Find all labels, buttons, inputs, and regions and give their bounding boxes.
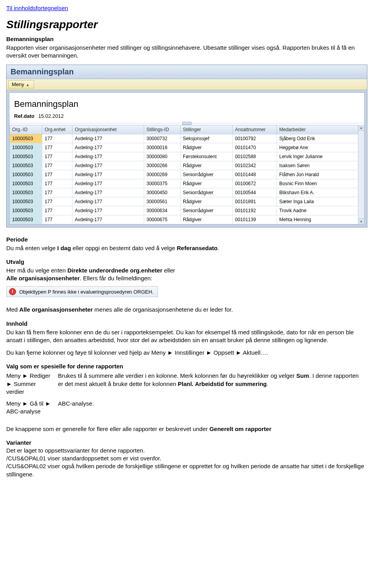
table-cell: Avdeling-177 xyxy=(72,197,144,206)
table-cell: Avdeling-177 xyxy=(72,134,144,143)
table-row[interactable]: 10000503177Avdeling-17730000561Rådgiver0… xyxy=(10,197,360,206)
error-message: ! Objekttypen P finnes ikke i evaluering… xyxy=(6,286,158,297)
table-cell: 30000732 xyxy=(144,134,181,143)
section-heading-bemanningsplan: Bemanningsplan xyxy=(6,36,370,42)
table-cell: Lervik Inger Julianne xyxy=(277,152,360,161)
column-header[interactable]: Stillinger xyxy=(181,125,233,134)
table-cell: Bosnic Finn Moen xyxy=(277,179,360,188)
table-cell: 30000080 xyxy=(144,152,181,161)
table-cell: Avdeling-177 xyxy=(72,179,144,188)
table-cell: Sæter Inga Laila xyxy=(277,197,360,206)
table-cell: Avdeling-177 xyxy=(72,143,144,152)
table-cell: 00100792 xyxy=(233,134,277,143)
table-cell: 30000266 xyxy=(144,161,181,170)
varianter-heading: Varianter xyxy=(6,439,370,446)
table-cell: Avdeling-177 xyxy=(72,161,144,170)
table-cell: 10000503 xyxy=(10,161,42,170)
table-cell: 30000450 xyxy=(144,188,181,197)
table-cell: Mehta Henning xyxy=(277,215,360,224)
scroll-down-icon[interactable]: ▾ xyxy=(358,218,364,224)
table-cell: 177 xyxy=(42,179,72,188)
table-cell: 10000503 xyxy=(10,206,42,215)
intro-paragraph: Rapporten viser organisasjonsenheter med… xyxy=(6,44,370,60)
table-cell: 177 xyxy=(42,188,72,197)
innhold-p2: Du kan fjerne kolonner og føye til kolon… xyxy=(6,349,370,357)
table-cell: 10000503 xyxy=(10,152,42,161)
table-cell: 00100672 xyxy=(233,179,277,188)
column-header[interactable]: Ansattnummer xyxy=(233,125,277,134)
refdato-value: 15.02.2012 xyxy=(38,113,64,119)
table-cell: Seniorrådgiver xyxy=(181,170,233,179)
table-row[interactable]: 10000503177Avdeling-17730000266Rådgiver0… xyxy=(10,161,360,170)
table-cell: 00101891 xyxy=(233,197,277,206)
table-cell: 177 xyxy=(42,134,72,143)
table-row[interactable]: 10000503177Avdeling-17730000732Seksjonss… xyxy=(10,134,360,143)
periode-heading: Periode xyxy=(6,236,370,243)
app-titlebar: Bemanningsplan xyxy=(7,65,367,79)
app-toolbar: Meny▲ xyxy=(7,79,367,90)
error-icon: ! xyxy=(9,288,16,295)
table-row[interactable]: 10000503177Avdeling-17730000675Rådgiver0… xyxy=(10,215,360,224)
table-cell: Avdeling-177 xyxy=(72,188,144,197)
table-cell: 10000503 xyxy=(10,134,42,143)
table-cell: 177 xyxy=(42,143,72,152)
toc-link[interactable]: Til innholdsfortegnelsen xyxy=(6,5,68,11)
table-cell: Trovik Aadne xyxy=(277,206,360,215)
table-cell: Avdeling-177 xyxy=(72,170,144,179)
table-cell: 30000016 xyxy=(144,143,181,152)
table-cell: 10000503 xyxy=(10,197,42,206)
table-row[interactable]: 10000503177Avdeling-17730000450Seniorråd… xyxy=(10,188,360,197)
column-header[interactable]: Org.-ID xyxy=(10,125,42,134)
innhold-p1: Du kan få frem flere kolonner enn de du … xyxy=(6,328,370,345)
error-text: Objekttypen P finnes ikke i evalueringsp… xyxy=(19,289,154,295)
column-header[interactable]: Org.enhet xyxy=(42,125,72,134)
dropdown-arrow-icon: ▲ xyxy=(26,83,30,87)
table-cell: 00102342 xyxy=(233,161,277,170)
table-cell: 30000634 xyxy=(144,206,181,215)
table-cell: Rådgiver xyxy=(181,179,233,188)
table-cell: 00101192 xyxy=(233,206,277,215)
table-cell: 177 xyxy=(42,152,72,161)
table-cell: Sjåberg Odd Erik xyxy=(277,134,360,143)
table-cell: 00100544 xyxy=(233,188,277,197)
table-cell: Rådgiver xyxy=(181,143,233,152)
app-window: Bemanningsplan Meny▲ Bemanningsplan Ref.… xyxy=(6,65,367,227)
table-cell: Isaksen Søren xyxy=(277,161,360,170)
column-header[interactable]: Medarbeider xyxy=(277,125,360,134)
table-cell: Avdeling-177 xyxy=(72,206,144,215)
table-cell: Seksjonssjef xyxy=(181,134,233,143)
table-row[interactable]: 10000503177Avdeling-17730000375Rådgiver0… xyxy=(10,179,360,188)
page-title: Stillingsrapporter xyxy=(6,18,370,31)
table-cell: Heggebø Ane xyxy=(277,143,360,152)
table-cell: 00101448 xyxy=(233,170,277,179)
valg-heading: Valg som er spesielle for denne rapporte… xyxy=(6,363,370,370)
table-row[interactable]: 10000503177Avdeling-17730000080Førstekon… xyxy=(10,152,360,161)
table-cell: 00101139 xyxy=(233,215,277,224)
table-cell: Avdeling-177 xyxy=(72,215,144,224)
table-row[interactable]: 10000503177Avdeling-17730000634Seniorråd… xyxy=(10,206,360,215)
table-cell: 177 xyxy=(42,215,72,224)
vertical-scrollbar[interactable]: ▴ ▾ xyxy=(358,125,364,224)
menu-button[interactable]: Meny▲ xyxy=(8,80,34,88)
table-cell: Seniorrådgiver xyxy=(181,188,233,197)
data-table: Org.-IDOrg.enhetOrganisasjonsenhetStilli… xyxy=(9,125,360,224)
table-row[interactable]: 10000503177Avdeling-17730000016Rådgiver0… xyxy=(10,143,360,152)
table-row[interactable]: 10000503177Avdeling-17730000269Seniorråd… xyxy=(10,170,360,179)
table-cell: 30000561 xyxy=(144,197,181,206)
option-label: Meny ► Gå til ► ABC-analyse xyxy=(6,399,58,419)
table-cell: Førstekonsulent xyxy=(181,152,233,161)
table-cell: 30000269 xyxy=(144,170,181,179)
column-header[interactable]: Organisasjonsenhet xyxy=(72,125,144,134)
alle-org-note: Med Alle organisasjonsenheter menes alle… xyxy=(6,306,370,314)
table-cell: 177 xyxy=(42,170,72,179)
column-header[interactable]: Stillings-ID xyxy=(144,125,181,134)
table-cell: 30000675 xyxy=(144,215,181,224)
scroll-up-icon[interactable]: ▴ xyxy=(358,125,364,131)
splitter-handle-icon[interactable] xyxy=(182,122,192,125)
option-label: Meny ► Rediger ► Summer verdier xyxy=(6,371,58,399)
table-cell: 00101470 xyxy=(233,143,277,152)
table-cell: 10000503 xyxy=(10,170,42,179)
table-cell: Avdeling-177 xyxy=(72,152,144,161)
table-cell: Rådgiver xyxy=(181,215,233,224)
table-cell: 30000375 xyxy=(144,179,181,188)
